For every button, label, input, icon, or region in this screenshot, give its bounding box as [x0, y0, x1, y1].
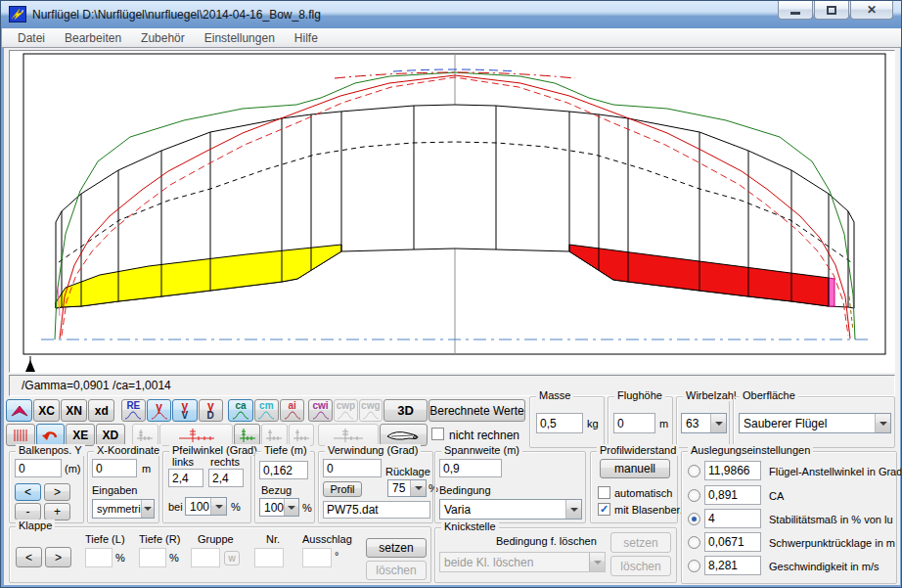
ribs-button[interactable]: [6, 424, 35, 446]
cwp-button[interactable]: cwp: [334, 399, 357, 422]
menu-bearbeiten[interactable]: Bearbeiten: [55, 29, 131, 47]
balkenpos-input[interactable]: [15, 459, 62, 477]
axes-red-wide-button[interactable]: [159, 424, 233, 446]
re-button[interactable]: RE: [121, 399, 146, 422]
ca-button[interactable]: ca: [228, 399, 252, 422]
balkenpos-label: Balkenpos. Y: [16, 444, 85, 456]
ausschlag-input[interactable]: [302, 548, 332, 567]
three-d-button[interactable]: 3D: [383, 399, 428, 422]
axes-green-button[interactable]: [234, 424, 260, 446]
profil-file-input[interactable]: [323, 501, 430, 519]
ai-button[interactable]: ai: [280, 399, 304, 422]
pfeilwinkel-links-input[interactable]: [168, 469, 203, 487]
klappe-setzen-button[interactable]: setzen: [366, 538, 427, 558]
maximize-button[interactable]: [814, 1, 849, 20]
xkoordinate-input[interactable]: [92, 459, 137, 477]
profilwiderstand-group: Profilwiderstand manuell automatisch ✓ m…: [590, 451, 678, 523]
nicht-rechnen-checkbox[interactable]: [431, 428, 444, 440]
bei-combo[interactable]: 100: [185, 497, 227, 516]
minimize-button[interactable]: [778, 1, 813, 20]
menu-datei[interactable]: Datei: [8, 29, 55, 47]
auslegung-value-4[interactable]: [704, 556, 761, 575]
gruppe-w-button[interactable]: w: [224, 551, 240, 565]
axes-gray-button-3[interactable]: [289, 424, 315, 446]
status-text: /Gamma=0,0901 /ca=1,0014: [22, 379, 171, 392]
auslegung-radio-0[interactable]: [688, 465, 700, 477]
cm-button[interactable]: cm: [254, 399, 279, 422]
axes-gray-button-2[interactable]: [261, 424, 288, 446]
cwi-button[interactable]: cwi: [308, 399, 333, 422]
klappe-loeschen-button[interactable]: löschen: [366, 561, 427, 580]
position-marker[interactable]: [25, 356, 35, 372]
close-button[interactable]: ✕: [850, 1, 893, 20]
cwg-button[interactable]: cwg: [359, 399, 383, 422]
axes-gray-wide-button[interactable]: [318, 424, 378, 446]
auslegung-radio-4[interactable]: [688, 560, 700, 572]
xd-big-button[interactable]: XD: [96, 424, 125, 446]
menu-einstellungen[interactable]: Einstellungen: [195, 29, 285, 47]
xn-button[interactable]: XN: [61, 399, 87, 422]
spannweite-input[interactable]: [439, 459, 502, 477]
axes-gray-button-1[interactable]: [132, 424, 159, 446]
wing-drawing: [10, 51, 894, 372]
blasenber-label: mit Blasenber.: [614, 504, 683, 516]
auslegung-radio-3[interactable]: [688, 536, 700, 549]
masse-unit: kg: [587, 418, 599, 430]
gamma-v-button[interactable]: γ V: [172, 399, 197, 422]
knickstelle-combo[interactable]: beide Kl. löschen: [439, 552, 606, 572]
xc-button[interactable]: XC: [33, 399, 60, 422]
balkenpos-next-button[interactable]: >: [44, 483, 70, 501]
nicht-rechnen-label: nicht rechnen: [449, 429, 519, 442]
gruppe-input[interactable]: [191, 548, 220, 567]
verwindung-input[interactable]: [323, 459, 382, 477]
eingaben-combo[interactable]: symmetri: [92, 499, 155, 519]
wing-view-button[interactable]: [6, 399, 32, 422]
wing-planform-canvas[interactable]: [9, 50, 895, 373]
auslegung-value-1[interactable]: [704, 485, 761, 505]
bedingung-combo[interactable]: Varia: [439, 499, 582, 520]
balkenpos-minus-button[interactable]: -: [15, 503, 41, 520]
xe-button[interactable]: XE: [66, 424, 95, 446]
blasenber-checkbox[interactable]: ✓: [598, 503, 610, 516]
axes-green-icon: [238, 428, 257, 443]
profil-button[interactable]: Profil: [323, 481, 362, 497]
xd-small-button[interactable]: xd: [88, 399, 114, 422]
airfoil-button[interactable]: [380, 424, 428, 446]
nr-input[interactable]: [254, 548, 284, 567]
oberflaeche-combo[interactable]: Sauberer Flügel: [739, 413, 891, 433]
auslegung-radio-1[interactable]: [688, 489, 700, 502]
gamma-d-button[interactable]: γ D: [199, 399, 223, 422]
pfeilwinkel-rechts-input[interactable]: [208, 469, 244, 487]
klappe-prev-button[interactable]: <: [16, 547, 42, 567]
bezug-label: Bezug: [261, 484, 292, 496]
automatisch-checkbox[interactable]: [598, 486, 610, 499]
knickstelle-setzen-button[interactable]: setzen: [610, 532, 671, 553]
manuell-button[interactable]: manuell: [600, 459, 670, 478]
title-bar[interactable]: Nurflügel D:\Nurflügel\nurfluegel\2014-0…: [1, 1, 901, 28]
tiefe-input[interactable]: [259, 461, 308, 479]
auslegung-value-2[interactable]: [704, 509, 761, 528]
auslegung-group: Auslegungseinstellungen Flügel-Anstellwi…: [681, 451, 897, 584]
right-flap-pink-tip: [829, 278, 834, 306]
xkoordinate-unit: m: [142, 463, 151, 475]
menu-zubehoer[interactable]: Zubehör: [131, 29, 195, 47]
tiefe-r-input[interactable]: [139, 548, 166, 567]
bezug-combo[interactable]: 100: [259, 498, 299, 517]
ruecklage-combo[interactable]: 75: [387, 479, 427, 497]
flughoehe-input[interactable]: [613, 413, 655, 433]
undo-button[interactable]: [36, 424, 66, 446]
knickstelle-loeschen-button[interactable]: löschen: [610, 556, 671, 576]
balkenpos-prev-button[interactable]: <: [15, 483, 41, 501]
auslegung-radio-2[interactable]: [688, 513, 700, 525]
auslegung-value-3[interactable]: [704, 532, 761, 552]
menu-hilfe[interactable]: Hilfe: [285, 29, 328, 47]
wirbelzahl-combo[interactable]: 63: [681, 413, 727, 433]
balkenpos-plus-button[interactable]: +: [44, 503, 70, 520]
toolbar-row-2: XE XD: [6, 424, 428, 446]
klappe-next-button[interactable]: >: [45, 547, 71, 567]
auslegung-value-0[interactable]: [704, 461, 761, 480]
gamma-button[interactable]: γ: [147, 399, 171, 422]
berechnete-werte-button[interactable]: Berechnete Werte: [428, 399, 525, 422]
tiefe-l-input[interactable]: [85, 548, 113, 567]
masse-input[interactable]: [536, 413, 583, 433]
